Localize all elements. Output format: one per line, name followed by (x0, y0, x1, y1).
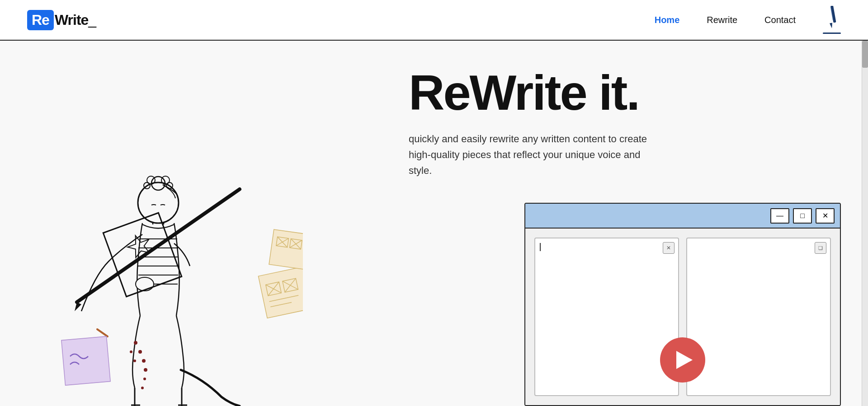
panel-clear-button[interactable]: ✕ (663, 242, 675, 254)
panel-copy-button[interactable]: ❏ (815, 242, 826, 254)
illustration-area: — □ ✕ ✕ ❏ (0, 144, 868, 406)
svg-point-16 (143, 378, 146, 380)
hero-section: ReWrite it. quickly and easily rewrite a… (0, 41, 868, 406)
window-output-panel: ❏ (686, 238, 831, 396)
svg-rect-20 (61, 336, 110, 385)
play-button[interactable] (660, 337, 705, 383)
svg-rect-21 (258, 266, 303, 318)
svg-point-17 (141, 387, 144, 389)
text-cursor (540, 243, 541, 251)
logo-re-badge[interactable]: Re (27, 10, 54, 30)
window-maximize-button[interactable]: □ (793, 208, 812, 224)
hero-subtitle: quickly and easily rewrite any written c… (409, 131, 662, 179)
navbar: Re Write_ Home Rewrite Contact (0, 0, 868, 41)
svg-rect-30 (269, 229, 303, 270)
pen-base (823, 33, 841, 34)
logo: Re Write_ (27, 10, 96, 30)
play-icon (676, 351, 693, 369)
window-close-button[interactable]: ✕ (816, 208, 835, 224)
svg-point-14 (142, 359, 146, 363)
nav-link-contact[interactable]: Contact (764, 15, 796, 25)
svg-marker-1 (830, 23, 833, 28)
svg-point-19 (133, 359, 136, 362)
nav-link-rewrite[interactable]: Rewrite (707, 15, 737, 25)
window-minimize-button[interactable]: — (770, 208, 789, 224)
logo-write-text: Write_ (55, 12, 96, 28)
hero-text-block: ReWrite it. quickly and easily rewrite a… (409, 68, 662, 179)
nav-links: Home Rewrite Contact (655, 6, 841, 34)
nav-link-home[interactable]: Home (655, 15, 680, 25)
svg-point-3 (138, 182, 179, 223)
svg-point-9 (136, 277, 154, 291)
hero-title: ReWrite it. (409, 68, 662, 117)
pen-icon[interactable] (823, 6, 841, 34)
scrollbar-thumb[interactable] (862, 41, 868, 68)
window-titlebar: — □ ✕ (525, 204, 840, 229)
person-illustration (23, 144, 303, 406)
svg-point-12 (134, 341, 137, 345)
svg-point-18 (130, 350, 132, 353)
window-input-panel: ✕ (534, 238, 679, 396)
window-mockup: — □ ✕ ✕ ❏ (524, 203, 841, 406)
scrollbar[interactable] (862, 41, 868, 406)
svg-point-15 (144, 368, 147, 372)
svg-point-13 (138, 350, 142, 354)
